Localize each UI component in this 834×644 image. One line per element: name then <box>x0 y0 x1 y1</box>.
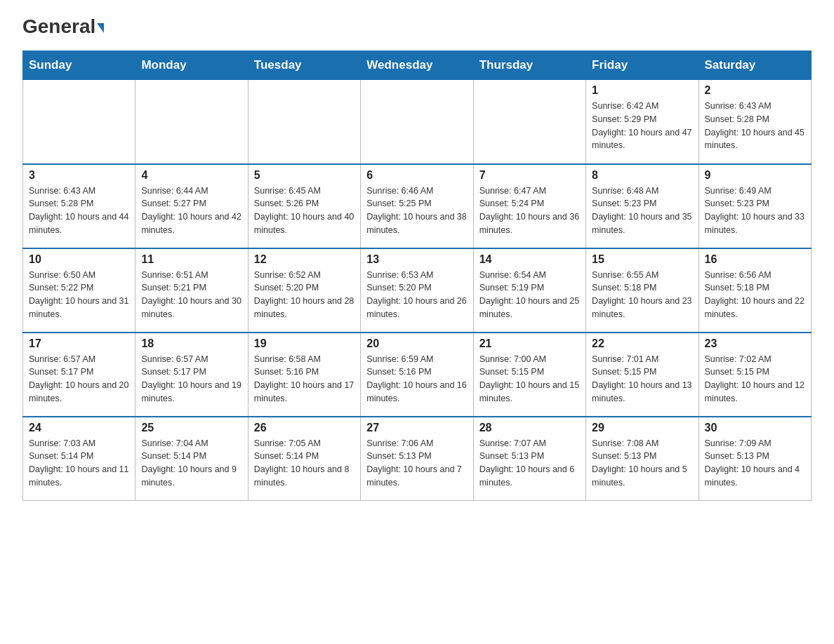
week-row-4: 17Sunrise: 6:57 AMSunset: 5:17 PMDayligh… <box>23 333 812 417</box>
calendar-cell <box>248 80 360 164</box>
calendar-cell: 1Sunrise: 6:42 AMSunset: 5:29 PMDaylight… <box>586 80 699 164</box>
day-info: Sunrise: 7:05 AMSunset: 5:14 PMDaylight:… <box>254 437 355 490</box>
day-number: 22 <box>592 337 692 350</box>
day-number: 24 <box>29 422 129 434</box>
calendar-cell: 15Sunrise: 6:55 AMSunset: 5:18 PMDayligh… <box>586 248 699 333</box>
calendar-cell: 12Sunrise: 6:52 AMSunset: 5:20 PMDayligh… <box>248 248 360 333</box>
logo-triangle-icon <box>97 23 104 33</box>
day-number: 16 <box>705 253 805 266</box>
day-number: 17 <box>29 337 129 350</box>
day-number: 25 <box>141 422 241 434</box>
day-number: 2 <box>705 84 805 97</box>
day-info: Sunrise: 7:08 AMSunset: 5:13 PMDaylight:… <box>592 437 692 490</box>
calendar-cell: 28Sunrise: 7:07 AMSunset: 5:13 PMDayligh… <box>473 417 585 501</box>
calendar-cell: 19Sunrise: 6:58 AMSunset: 5:16 PMDayligh… <box>248 333 360 417</box>
day-number: 27 <box>366 422 467 434</box>
day-info: Sunrise: 6:55 AMSunset: 5:18 PMDaylight:… <box>592 269 692 321</box>
calendar-table: SundayMondayTuesdayWednesdayThursdayFrid… <box>22 51 812 501</box>
calendar-cell <box>135 80 248 164</box>
calendar-cell: 18Sunrise: 6:57 AMSunset: 5:17 PMDayligh… <box>135 333 248 417</box>
day-info: Sunrise: 6:46 AMSunset: 5:25 PMDaylight:… <box>366 185 467 237</box>
day-info: Sunrise: 6:53 AMSunset: 5:20 PMDaylight:… <box>366 269 467 321</box>
day-info: Sunrise: 6:43 AMSunset: 5:28 PMDaylight:… <box>705 100 805 152</box>
calendar-cell <box>23 80 135 164</box>
day-header-monday: Monday <box>135 51 248 80</box>
calendar-cell <box>361 80 473 164</box>
header: General <box>22 17 812 38</box>
calendar-cell: 30Sunrise: 7:09 AMSunset: 5:13 PMDayligh… <box>699 417 811 501</box>
day-number: 13 <box>366 253 467 266</box>
day-number: 5 <box>254 169 355 182</box>
day-info: Sunrise: 6:52 AMSunset: 5:20 PMDaylight:… <box>254 269 355 321</box>
calendar-cell: 11Sunrise: 6:51 AMSunset: 5:21 PMDayligh… <box>135 248 248 333</box>
week-row-5: 24Sunrise: 7:03 AMSunset: 5:14 PMDayligh… <box>23 417 812 501</box>
calendar-cell <box>473 80 585 164</box>
calendar-cell: 2Sunrise: 6:43 AMSunset: 5:28 PMDaylight… <box>699 80 811 164</box>
day-number: 20 <box>366 337 467 350</box>
logo: General <box>22 17 104 38</box>
calendar-cell: 25Sunrise: 7:04 AMSunset: 5:14 PMDayligh… <box>135 417 248 501</box>
day-info: Sunrise: 6:44 AMSunset: 5:27 PMDaylight:… <box>141 185 241 237</box>
day-info: Sunrise: 6:47 AMSunset: 5:24 PMDaylight:… <box>479 185 580 237</box>
day-info: Sunrise: 6:51 AMSunset: 5:21 PMDaylight:… <box>141 269 241 321</box>
day-info: Sunrise: 7:06 AMSunset: 5:13 PMDaylight:… <box>366 437 467 490</box>
day-info: Sunrise: 6:57 AMSunset: 5:17 PMDaylight:… <box>29 353 129 405</box>
day-info: Sunrise: 7:01 AMSunset: 5:15 PMDaylight:… <box>592 353 692 405</box>
calendar-cell: 9Sunrise: 6:49 AMSunset: 5:23 PMDaylight… <box>699 164 811 248</box>
day-info: Sunrise: 7:00 AMSunset: 5:15 PMDaylight:… <box>479 353 580 405</box>
day-info: Sunrise: 6:49 AMSunset: 5:23 PMDaylight:… <box>705 185 805 237</box>
day-number: 18 <box>141 337 241 350</box>
day-number: 6 <box>366 169 467 182</box>
calendar-cell: 7Sunrise: 6:47 AMSunset: 5:24 PMDaylight… <box>473 164 585 248</box>
calendar-cell: 8Sunrise: 6:48 AMSunset: 5:23 PMDaylight… <box>586 164 699 248</box>
calendar-cell: 6Sunrise: 6:46 AMSunset: 5:25 PMDaylight… <box>361 164 473 248</box>
calendar-cell: 5Sunrise: 6:45 AMSunset: 5:26 PMDaylight… <box>248 164 360 248</box>
calendar-cell: 4Sunrise: 6:44 AMSunset: 5:27 PMDaylight… <box>135 164 248 248</box>
day-info: Sunrise: 6:58 AMSunset: 5:16 PMDaylight:… <box>254 353 355 405</box>
day-number: 11 <box>141 253 241 266</box>
day-number: 28 <box>479 422 580 434</box>
day-number: 21 <box>479 337 580 350</box>
day-header-tuesday: Tuesday <box>248 51 360 80</box>
calendar-cell: 29Sunrise: 7:08 AMSunset: 5:13 PMDayligh… <box>586 417 699 501</box>
day-info: Sunrise: 6:56 AMSunset: 5:18 PMDaylight:… <box>705 269 805 321</box>
day-info: Sunrise: 7:04 AMSunset: 5:14 PMDaylight:… <box>141 437 241 490</box>
day-number: 15 <box>592 253 692 266</box>
day-info: Sunrise: 6:43 AMSunset: 5:28 PMDaylight:… <box>29 185 129 237</box>
calendar-cell: 14Sunrise: 6:54 AMSunset: 5:19 PMDayligh… <box>473 248 585 333</box>
day-info: Sunrise: 6:54 AMSunset: 5:19 PMDaylight:… <box>479 269 580 321</box>
calendar-cell: 26Sunrise: 7:05 AMSunset: 5:14 PMDayligh… <box>248 417 360 501</box>
day-number: 10 <box>29 253 129 266</box>
day-number: 9 <box>705 169 805 182</box>
week-row-2: 3Sunrise: 6:43 AMSunset: 5:28 PMDaylight… <box>23 164 812 248</box>
calendar-cell: 21Sunrise: 7:00 AMSunset: 5:15 PMDayligh… <box>473 333 585 417</box>
calendar-cell: 24Sunrise: 7:03 AMSunset: 5:14 PMDayligh… <box>23 417 135 501</box>
day-info: Sunrise: 7:07 AMSunset: 5:13 PMDaylight:… <box>479 437 580 490</box>
calendar-cell: 17Sunrise: 6:57 AMSunset: 5:17 PMDayligh… <box>23 333 135 417</box>
calendar-cell: 22Sunrise: 7:01 AMSunset: 5:15 PMDayligh… <box>586 333 699 417</box>
day-header-saturday: Saturday <box>699 51 811 80</box>
calendar-cell: 10Sunrise: 6:50 AMSunset: 5:22 PMDayligh… <box>23 248 135 333</box>
day-info: Sunrise: 6:50 AMSunset: 5:22 PMDaylight:… <box>29 269 129 321</box>
day-header-thursday: Thursday <box>473 51 585 80</box>
calendar-header-row: SundayMondayTuesdayWednesdayThursdayFrid… <box>23 51 812 80</box>
day-header-wednesday: Wednesday <box>361 51 473 80</box>
calendar-cell: 23Sunrise: 7:02 AMSunset: 5:15 PMDayligh… <box>699 333 811 417</box>
day-number: 26 <box>254 422 355 434</box>
calendar-cell: 13Sunrise: 6:53 AMSunset: 5:20 PMDayligh… <box>361 248 473 333</box>
day-number: 14 <box>479 253 580 266</box>
logo-line1: General <box>22 17 104 36</box>
day-number: 3 <box>29 169 129 182</box>
day-number: 4 <box>141 169 241 182</box>
day-number: 12 <box>254 253 355 266</box>
day-info: Sunrise: 6:57 AMSunset: 5:17 PMDaylight:… <box>141 353 241 405</box>
day-info: Sunrise: 6:45 AMSunset: 5:26 PMDaylight:… <box>254 185 355 237</box>
day-number: 23 <box>705 337 805 350</box>
day-header-friday: Friday <box>586 51 699 80</box>
week-row-3: 10Sunrise: 6:50 AMSunset: 5:22 PMDayligh… <box>23 248 812 333</box>
day-info: Sunrise: 6:59 AMSunset: 5:16 PMDaylight:… <box>366 353 467 405</box>
day-info: Sunrise: 6:42 AMSunset: 5:29 PMDaylight:… <box>592 100 692 152</box>
day-info: Sunrise: 7:02 AMSunset: 5:15 PMDaylight:… <box>705 353 805 405</box>
day-header-sunday: Sunday <box>23 51 135 80</box>
day-number: 1 <box>592 84 692 97</box>
